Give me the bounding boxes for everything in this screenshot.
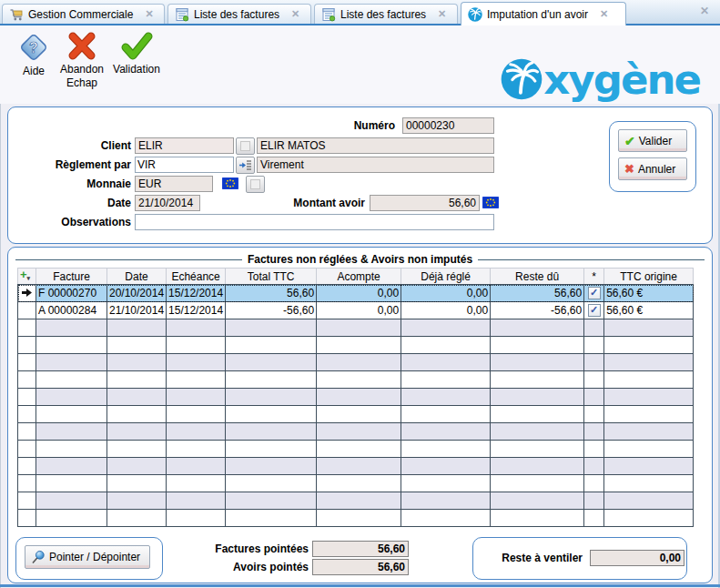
reste-a-ventiler-field: 0,00: [590, 550, 685, 566]
cell-facture: F 00000270: [36, 285, 107, 302]
invoice-row[interactable]: F 0000027020/10/201415/12/201456,600,000…: [18, 285, 694, 302]
empty-row: [18, 458, 694, 475]
observations-input[interactable]: [135, 214, 494, 230]
avoir-form-panel: Numéro 00000230 Client ELIR ELIR MATOS R…: [7, 106, 713, 244]
invoices-panel: Factures non réglées & Avoirs non imputé…: [7, 247, 713, 583]
pointage-cell: ✓: [584, 302, 604, 319]
cell-date: 21/10/2014: [107, 302, 167, 319]
palm-icon: [468, 7, 482, 22]
invoice-list-icon: [321, 7, 336, 22]
cross-icon: ✖: [624, 162, 634, 176]
tab-close-icon[interactable]: ✕: [438, 8, 446, 20]
row-indicator-cell: [18, 285, 36, 302]
row-indicator-cell: [18, 302, 36, 319]
tab-close-icon[interactable]: ✕: [291, 8, 299, 20]
column-header-5[interactable]: Déjà réglé: [401, 269, 491, 285]
column-header-1[interactable]: Date: [107, 269, 167, 285]
reglement-code-input[interactable]: [135, 157, 234, 173]
toolbar: ? Aide Abandon Echap Validation: [0, 25, 720, 104]
montant-avoir-field: 56,60: [370, 195, 480, 211]
window-bottom-border: [0, 584, 720, 587]
cell-acompte: 0,00: [317, 302, 401, 319]
column-header-8[interactable]: TTC origine: [604, 269, 694, 285]
observations-label: Observations: [8, 216, 131, 228]
cell-reste_du: 56,60: [491, 285, 584, 302]
avoirs-pointes-label: Avoirs pointés: [127, 561, 309, 573]
app-window: Gestion Commerciale ✕ Liste des factures…: [0, 0, 720, 588]
reglement-name-field: Virement: [257, 157, 494, 173]
empty-row: [18, 389, 694, 406]
valider-label: Valider: [639, 135, 672, 147]
monnaie-lookup-button: [246, 176, 265, 193]
empty-row: [18, 423, 694, 441]
panel-legend: Factures non réglées & Avoirs non imputé…: [15, 253, 705, 266]
empty-row: [18, 337, 694, 354]
invoice-list-icon: [175, 7, 189, 22]
reste-a-ventiler-group: Reste à ventiler 0,00: [472, 537, 687, 580]
date-label: Date: [8, 197, 131, 209]
pointage-checkbox[interactable]: ✓: [588, 304, 601, 317]
cart-icon: [9, 7, 24, 22]
tab-close-icon[interactable]: ✕: [145, 8, 153, 20]
legend-line: [478, 259, 705, 260]
monnaie-field: EUR: [135, 176, 213, 192]
empty-row: [18, 354, 694, 371]
empty-row: [18, 371, 694, 389]
column-header-4[interactable]: Acompte: [317, 269, 401, 285]
cell-total_ttc: -56,60: [226, 302, 317, 319]
pointage-cell: ✓: [584, 285, 604, 302]
tabbar-close-icon[interactable]: ✕: [700, 5, 709, 17]
cell-acompte: 0,00: [317, 285, 401, 302]
reglement-list-button[interactable]: [236, 157, 255, 174]
form-icon: [250, 179, 260, 189]
cell-total_ttc: 56,60: [226, 285, 317, 302]
cell-reste_du: -56,60: [491, 302, 584, 319]
tab-gestion-commerciale[interactable]: Gestion Commerciale ✕: [2, 4, 165, 24]
empty-row: [18, 510, 694, 527]
reglement-label: Règlement par: [8, 158, 131, 171]
empty-row: [18, 475, 694, 492]
invoice-row[interactable]: A 0000028421/10/201415/12/2014-56,600,00…: [18, 302, 694, 319]
grid-header-row: +▾FactureDateEchéanceTotal TTCAcompteDéj…: [18, 269, 694, 285]
logo-text: xygène: [543, 59, 700, 100]
tab-label: Liste des factures: [340, 8, 426, 21]
tab-liste-factures-2[interactable]: Liste des factures ✕: [314, 4, 458, 24]
tab-bar: Gestion Commerciale ✕ Liste des factures…: [0, 0, 720, 25]
pointage-checkbox[interactable]: ✓: [588, 287, 601, 299]
empty-row: [18, 492, 694, 510]
cell-echeance: 15/12/2014: [167, 302, 226, 319]
column-header-3[interactable]: Total TTC: [226, 269, 317, 285]
column-header-0[interactable]: Facture: [36, 269, 107, 285]
client-code-field: ELIR: [135, 137, 234, 154]
abandon-cross-icon: [66, 31, 97, 62]
tab-imputation-avoir[interactable]: Imputation d'un avoir ✕: [461, 2, 626, 25]
add-column-icon: +▾: [19, 269, 30, 284]
column-header-6[interactable]: Reste dû: [491, 269, 584, 285]
empty-row: [18, 406, 694, 423]
validation-button[interactable]: Validation: [111, 31, 162, 76]
svg-text:?: ?: [29, 40, 38, 56]
tab-close-icon[interactable]: ✕: [600, 8, 608, 20]
cell-deja_regle: 0,00: [401, 285, 491, 302]
reste-a-ventiler-label: Reste à ventiler: [482, 552, 583, 564]
column-header-7[interactable]: *: [584, 269, 604, 285]
annuler-label: Annuler: [638, 163, 675, 176]
client-label: Client: [8, 139, 131, 152]
row-indicator-icon: [22, 289, 32, 297]
invoices-grid: +▾FactureDateEchéanceTotal TTCAcompteDéj…: [17, 268, 694, 527]
check-icon: ✔: [624, 134, 635, 148]
aide-button[interactable]: ? Aide: [13, 31, 55, 77]
tab-label: Liste des factures: [194, 8, 279, 21]
annuler-button[interactable]: ✖ Annuler: [618, 157, 687, 180]
tab-label: Gestion Commerciale: [28, 8, 133, 21]
column-header-2[interactable]: Echéance: [167, 269, 226, 285]
abandon-button[interactable]: Abandon Echap: [56, 31, 107, 89]
tab-liste-factures-1[interactable]: Liste des factures ✕: [167, 4, 311, 24]
valider-button[interactable]: ✔ Valider: [618, 129, 687, 152]
eu-flag-icon: [482, 197, 499, 208]
customize-columns-button[interactable]: +▾: [18, 269, 36, 285]
form-icon: [240, 141, 250, 151]
pin-icon: [31, 550, 46, 564]
validation-check-icon: [120, 31, 153, 62]
tab-label: Imputation d'un avoir: [487, 8, 588, 21]
